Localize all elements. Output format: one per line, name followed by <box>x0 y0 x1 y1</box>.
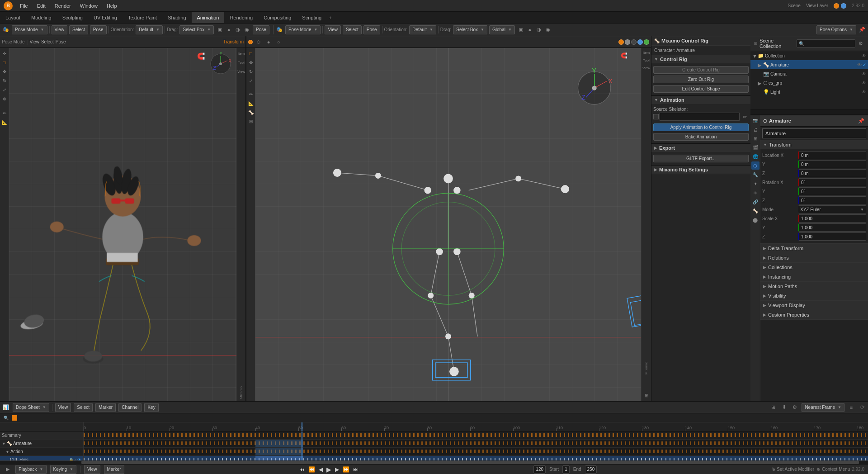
play-btn[interactable]: ▶ <box>326 466 332 473</box>
left-select-btn[interactable]: Select <box>41 39 54 44</box>
armature-vis[interactable]: 👁 <box>857 62 862 67</box>
create-control-rig-btn[interactable]: Create Control Rig <box>653 66 749 74</box>
prop-physics[interactable]: ⚛ <box>751 189 760 197</box>
timeline-scrollbar[interactable] <box>0 460 868 464</box>
visibility-header[interactable]: ▶ Visibility <box>760 291 868 300</box>
right-viewport[interactable]: X Y Z 🧲 <box>255 48 641 401</box>
scale-z-field[interactable]: 1.000 <box>798 232 866 241</box>
relations-header[interactable]: ▶ Relations <box>760 253 868 262</box>
tab-modeling[interactable]: Modeling <box>26 12 57 23</box>
prop-world[interactable]: 🌐 <box>751 152 760 161</box>
rotate-tool-r[interactable]: ↻ <box>247 68 255 75</box>
tree-csgrp[interactable]: ▶ ⬡ cs_grp 👁 <box>750 78 868 87</box>
timeline-record-dot[interactable] <box>12 415 17 421</box>
timeline-marker-btn[interactable]: Marker <box>95 403 116 412</box>
material-btn-right[interactable]: ◑ <box>535 26 543 34</box>
menu-file[interactable]: File <box>18 2 30 9</box>
timeline-select-btn[interactable]: Select <box>74 403 93 412</box>
prop-constraints[interactable]: 🔗 <box>751 198 760 206</box>
color-orange[interactable] <box>618 39 624 45</box>
camera-vis[interactable]: 👁 <box>862 71 866 76</box>
tree-camera[interactable]: 📷 Camera 👁 <box>750 69 868 78</box>
motion-paths-header[interactable]: ▶ Motion Paths <box>760 282 868 291</box>
menu-render[interactable]: Render <box>53 2 73 9</box>
outliner-filter[interactable]: ⚙ <box>857 39 864 47</box>
tab-rendering[interactable]: Rendering <box>224 12 258 23</box>
shading-solid[interactable]: ● <box>264 38 273 46</box>
zero-out-rig-btn[interactable]: Zero Out Rig <box>653 76 749 83</box>
tab-animation[interactable]: Animation <box>192 12 225 23</box>
prop-object[interactable]: ⬡ <box>751 161 760 170</box>
marker-btn-bottom[interactable]: Marker <box>104 465 124 474</box>
armature-select[interactable]: ✓ <box>863 62 866 67</box>
select-box-tool[interactable]: □ <box>247 50 255 57</box>
timeline-view-btn[interactable]: View <box>55 403 71 412</box>
delta-transform-header[interactable]: ▶ Delta Transform <box>760 244 868 253</box>
tree-collection[interactable]: ▼ 📁 Collection 👁 <box>750 51 868 60</box>
light-vis[interactable]: 👁 <box>862 90 866 95</box>
location-x-field[interactable]: 0 m <box>798 151 866 159</box>
timeline-key-btn[interactable]: Key <box>144 403 158 412</box>
xray-btn-right[interactable]: ▣ <box>517 26 525 34</box>
scale-x-field[interactable]: 1.000 <box>798 214 866 223</box>
nav-gizmo-left[interactable]: X Y Z <box>209 52 232 75</box>
location-z-field[interactable]: 0 m <box>798 169 866 177</box>
view-tab-left[interactable]: View <box>238 68 245 75</box>
bone-tool-r[interactable]: 🦴 <box>247 109 255 116</box>
xray-btn-left[interactable]: ▣ <box>216 26 224 34</box>
tab-shading[interactable]: Shading <box>162 12 191 23</box>
next-frame-btn[interactable]: ▶ <box>334 466 340 473</box>
left-pose-btn[interactable]: Pose <box>56 39 66 44</box>
pose-menu-right[interactable]: Pose <box>363 25 380 34</box>
left-viewport[interactable]: X Y Z 🧲 <box>9 48 236 401</box>
tree-light[interactable]: 💡 Light 👁 <box>750 87 868 96</box>
rotation-z-field[interactable]: 0° <box>798 196 866 204</box>
material-btn-left[interactable]: ◑ <box>234 26 242 34</box>
color-grey[interactable] <box>625 39 630 45</box>
pin-btn[interactable]: 📌 <box>858 26 866 34</box>
source-skeleton-field[interactable] <box>660 113 740 121</box>
mode-dropdown[interactable]: Pose Mode <box>12 25 47 34</box>
prop-scene[interactable]: 🎬 <box>751 143 760 152</box>
control-rig-header[interactable]: ▼ Control Rig <box>651 55 750 63</box>
prop-render[interactable]: 📷 <box>751 116 760 124</box>
orientation-dropdown-left[interactable]: Default <box>136 25 163 34</box>
pose-options-btn[interactable]: Pose Options <box>816 25 856 34</box>
scrollbar-thumb[interactable] <box>81 461 859 464</box>
item-tab-left[interactable]: Item <box>238 50 245 57</box>
color-green[interactable] <box>644 39 649 45</box>
measure-tool[interactable]: 📐 <box>1 118 8 126</box>
view-menu-right[interactable]: View <box>325 25 341 34</box>
csgrp-vis[interactable]: 👁 <box>862 81 866 85</box>
mode-field[interactable]: XYZ Euler ▼ <box>798 205 866 213</box>
view-tab-right[interactable]: View <box>642 65 651 71</box>
transform-header[interactable]: ▼ Transform <box>760 140 868 149</box>
menu-edit[interactable]: Edit <box>35 2 47 9</box>
source-color-box[interactable] <box>653 114 659 119</box>
rig-settings-header[interactable]: ▶ Mixamo Rig Settings <box>651 166 750 174</box>
select-menu-left[interactable]: Select <box>69 25 88 34</box>
tab-sculpting[interactable]: Sculpting <box>57 12 88 23</box>
add-workspace-btn[interactable]: + <box>329 15 331 20</box>
mode-dropdown-right[interactable]: Pose Mode <box>285 25 321 34</box>
prop-data[interactable]: 🦴 <box>751 207 760 215</box>
drag-dropdown[interactable]: Select Box <box>179 25 214 34</box>
render-btn-right[interactable]: ◉ <box>544 26 552 34</box>
snap-icon-right[interactable]: 🧲 <box>621 52 627 59</box>
cursor-tool[interactable]: ✛ <box>1 50 8 57</box>
tab-uv-editing[interactable]: UV Editing <box>88 12 123 23</box>
measure-tool-r[interactable]: 📐 <box>247 100 255 107</box>
scale-y-field[interactable]: 1.000 <box>798 223 866 232</box>
track-bone[interactable]: Ctrl_Hips 🔒 ✓ 👁 <box>0 456 83 460</box>
prop-modifiers[interactable]: 🔧 <box>751 171 760 179</box>
graph-tool-r[interactable]: ⊞ <box>247 118 255 125</box>
menu-window[interactable]: Window <box>78 2 99 9</box>
shading-wire[interactable]: ○ <box>274 38 283 46</box>
left-view-btn[interactable]: View <box>29 39 39 44</box>
instancing-header[interactable]: ▶ Instancing <box>760 272 868 281</box>
menu-help[interactable]: Help <box>105 2 119 9</box>
keyframes-area[interactable] <box>84 431 868 460</box>
collections-header[interactable]: ▶ Collections <box>760 263 868 272</box>
outliner-search[interactable] <box>797 39 855 47</box>
move-tool-r[interactable]: ✥ <box>247 59 255 66</box>
